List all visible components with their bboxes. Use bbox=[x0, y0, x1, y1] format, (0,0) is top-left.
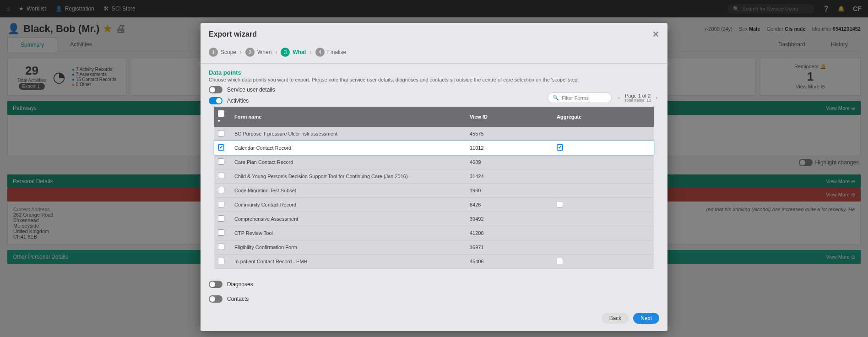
forms-table: ▾ Form name View ID Aggregate BC Purpose… bbox=[214, 107, 654, 269]
table-pager: ‹ Page 1 of 2 Total Items: 13 › bbox=[616, 93, 659, 103]
step-when[interactable]: 2When bbox=[245, 48, 271, 57]
row-view-id: 6426 bbox=[466, 198, 553, 212]
row-checkbox[interactable] bbox=[218, 229, 224, 236]
step-scope[interactable]: 1Scope bbox=[209, 48, 236, 57]
row-form-name: Care Plan Contact Record bbox=[231, 155, 466, 169]
row-checkbox[interactable] bbox=[218, 158, 224, 165]
close-icon[interactable]: ✕ bbox=[652, 29, 659, 39]
table-row[interactable]: Community Contact Record6426 bbox=[214, 198, 654, 212]
row-checkbox[interactable] bbox=[218, 130, 224, 136]
row-view-id: 1960 bbox=[466, 184, 553, 198]
row-view-id: 11012 bbox=[466, 141, 553, 155]
modal-title: Export wizard bbox=[209, 30, 257, 38]
aggregate-checkbox[interactable] bbox=[557, 258, 563, 264]
export-wizard-modal: Export wizard ✕ 1Scope › 2When › 3What ›… bbox=[201, 23, 667, 331]
row-form-name: Comprehensive Assessment bbox=[231, 212, 466, 226]
row-form-name: In-patient Contact Record - EMH bbox=[231, 255, 466, 269]
wizard-stepper: 1Scope › 2When › 3What › 4Finalise bbox=[201, 46, 667, 64]
chevron-right-icon: › bbox=[275, 49, 277, 55]
row-view-id: 31424 bbox=[466, 169, 553, 184]
row-view-id: 41208 bbox=[466, 226, 553, 240]
toggle-contacts[interactable] bbox=[209, 295, 222, 303]
table-row[interactable]: Calendar Contact Record11012✓ bbox=[214, 141, 654, 155]
back-button[interactable]: Back bbox=[602, 313, 629, 324]
row-checkbox[interactable] bbox=[218, 201, 224, 207]
select-all-checkbox[interactable] bbox=[218, 110, 224, 117]
table-row[interactable]: Care Plan Contact Record4689 bbox=[214, 155, 654, 169]
table-row[interactable]: Comprehensive Assessment39492 bbox=[214, 212, 654, 226]
row-view-id: 4689 bbox=[466, 155, 553, 169]
step-what[interactable]: 3What bbox=[281, 48, 306, 57]
row-form-name: Calendar Contact Record bbox=[231, 141, 466, 155]
aggregate-checkbox[interactable]: ✓ bbox=[557, 144, 563, 151]
toggle-activities[interactable] bbox=[209, 97, 222, 104]
row-view-id: 39492 bbox=[466, 212, 553, 226]
col-view-id[interactable]: View ID bbox=[466, 107, 553, 127]
table-row[interactable]: Eligibility Confirmation Form16971 bbox=[214, 240, 654, 255]
row-form-name: CTP Review Tool bbox=[231, 226, 466, 240]
search-icon: 🔍 bbox=[553, 95, 559, 101]
aggregate-checkbox[interactable] bbox=[557, 201, 563, 207]
row-checkbox[interactable] bbox=[218, 173, 224, 179]
toggle-service-user-details[interactable] bbox=[209, 86, 222, 93]
col-aggregate[interactable]: Aggregate bbox=[553, 107, 654, 127]
row-checkbox[interactable] bbox=[218, 144, 224, 151]
table-row[interactable]: BC Purpose T pressure Ulcer risk assessm… bbox=[214, 127, 654, 141]
filter-forms-input[interactable]: 🔍 Filter Forms bbox=[548, 92, 612, 103]
table-row[interactable]: Code Migration Test Subset1960 bbox=[214, 184, 654, 198]
row-view-id: 45406 bbox=[466, 255, 553, 269]
col-form-name[interactable]: Form name bbox=[231, 107, 466, 127]
row-view-id: 16971 bbox=[466, 240, 553, 255]
row-form-name: Code Migration Test Subset bbox=[231, 184, 466, 198]
chevron-right-icon: › bbox=[310, 49, 312, 55]
table-row[interactable]: CTP Review Tool41208 bbox=[214, 226, 654, 240]
toggle-diagnoses[interactable] bbox=[209, 281, 222, 288]
row-form-name: Child & Young Person's Decision Support … bbox=[231, 169, 466, 184]
row-checkbox[interactable] bbox=[218, 258, 224, 264]
chevron-right-icon: › bbox=[240, 49, 242, 55]
pager-prev[interactable]: ‹ bbox=[616, 94, 622, 101]
row-form-name: Community Contact Record bbox=[231, 198, 466, 212]
row-checkbox[interactable] bbox=[218, 244, 224, 250]
sort-icon[interactable]: ▾ bbox=[218, 119, 220, 123]
data-points-desc: Choose which data points you want to exp… bbox=[209, 77, 659, 82]
table-row[interactable]: Child & Young Person's Decision Support … bbox=[214, 169, 654, 184]
step-finalise[interactable]: 4Finalise bbox=[315, 48, 346, 57]
row-form-name: Eligibility Confirmation Form bbox=[231, 240, 466, 255]
row-checkbox[interactable] bbox=[218, 215, 224, 222]
next-button[interactable]: Next bbox=[633, 313, 659, 324]
row-view-id: 45575 bbox=[466, 127, 553, 141]
data-points-title: Data points bbox=[209, 69, 659, 76]
pager-next[interactable]: › bbox=[654, 94, 659, 101]
table-row[interactable]: In-patient Contact Record - EMH45406 bbox=[214, 255, 654, 269]
row-form-name: BC Purpose T pressure Ulcer risk assessm… bbox=[231, 127, 466, 141]
row-checkbox[interactable] bbox=[218, 187, 224, 193]
